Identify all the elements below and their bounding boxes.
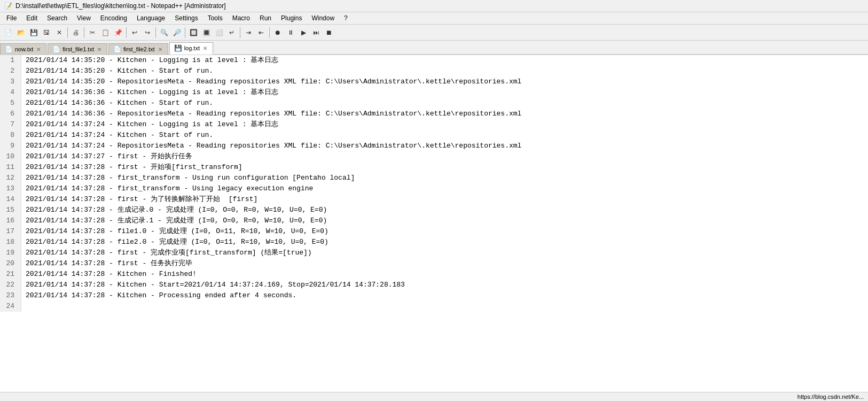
code-line-15: 2021/01/14 14:37:28 - 生成记录.0 - 完成处理 (I=0…	[26, 205, 864, 215]
tab-label-2: first_file2.txt	[123, 46, 155, 52]
tab-icon-0: 📄	[5, 45, 13, 53]
tab-1[interactable]: 📄first_file1.txt✕	[48, 43, 107, 55]
code-line-6: 2021/01/14 14:36:36 - RepositoriesMeta -…	[26, 109, 864, 119]
separator-2	[84, 27, 84, 38]
tab-close-2[interactable]: ✕	[158, 47, 162, 52]
line-numbers: 123456789101112131415161718192021222324	[0, 55, 21, 312]
code-line-21: 2021/01/14 14:37:28 - Kitchen - Finished…	[26, 269, 864, 280]
line-num-19: 19	[3, 248, 18, 258]
separator-1	[67, 27, 68, 38]
tab-3[interactable]: 💾log.txt✕	[169, 42, 213, 55]
separator-6	[240, 27, 240, 38]
menu-bar: FileEditSearchViewEncodingLanguageSettin…	[0, 12, 868, 25]
play-btn[interactable]: ▶	[298, 27, 309, 38]
code-line-7: 2021/01/14 14:37:24 - Kitchen - Logging …	[26, 119, 864, 130]
save-btn[interactable]: 💾	[28, 27, 40, 38]
macro-btn[interactable]: ⏺	[272, 27, 284, 38]
line-num-18: 18	[3, 237, 18, 248]
menu-item-settings[interactable]: Settings	[170, 13, 202, 23]
stop-btn[interactable]: ⏹	[323, 27, 335, 38]
tab-icon-2: 📄	[113, 45, 121, 53]
tab-2[interactable]: 📄first_file2.txt✕	[108, 43, 168, 55]
separator-7	[269, 27, 270, 38]
code-line-2: 2021/01/14 14:35:20 - Kitchen - Start of…	[26, 66, 864, 76]
undo-btn[interactable]: ↩	[129, 27, 140, 38]
line-num-4: 4	[3, 87, 18, 98]
line-num-16: 16	[3, 215, 18, 226]
line-num-14: 14	[3, 194, 18, 205]
paste-btn[interactable]: 📌	[112, 27, 124, 38]
menu-item-window[interactable]: Window	[307, 13, 339, 23]
replace-btn[interactable]: 🔎	[171, 27, 183, 38]
menu-item-tools[interactable]: Tools	[204, 13, 227, 23]
menu-item-view[interactable]: View	[73, 13, 95, 23]
copy-btn[interactable]: 📋	[99, 27, 111, 38]
line-num-9: 9	[3, 141, 18, 151]
code-line-9: 2021/01/14 14:37:24 - RepositoriesMeta -…	[26, 141, 864, 151]
save-all-btn[interactable]: 🖫	[41, 27, 52, 38]
redo-btn[interactable]: ↪	[142, 27, 153, 38]
line-num-2: 2	[3, 66, 18, 76]
code-line-16: 2021/01/14 14:37:28 - 生成记录.1 - 完成处理 (I=0…	[26, 215, 864, 226]
tab-close-1[interactable]: ✕	[97, 47, 101, 52]
menu-item-encoding[interactable]: Encoding	[96, 13, 131, 23]
tab-close-3[interactable]: ✕	[203, 45, 207, 51]
fullscreen-btn[interactable]: ⬜	[213, 27, 225, 38]
open-btn[interactable]: 📂	[15, 27, 27, 38]
line-num-1: 1	[3, 55, 18, 66]
menu-item-language[interactable]: Language	[132, 13, 169, 23]
status-bar: https://blog.csdn.net/Ke...	[0, 392, 868, 401]
find-btn[interactable]: 🔍	[158, 27, 170, 38]
zoom-out-btn[interactable]: 🔳	[200, 27, 212, 38]
tab-label-0: now.txt	[15, 46, 33, 52]
code-line-10: 2021/01/14 14:37:27 - first - 开始执行任务	[26, 151, 864, 162]
line-num-17: 17	[3, 226, 18, 237]
tab-label-1: first_file1.txt	[62, 46, 94, 52]
menu-item-file[interactable]: File	[2, 13, 21, 23]
status-text: https://blog.csdn.net/Ke...	[797, 394, 864, 400]
skip-btn[interactable]: ⏭	[310, 27, 322, 38]
menu-item-plugins[interactable]: Plugins	[277, 13, 306, 23]
tab-0[interactable]: 📄now.txt✕	[0, 43, 46, 55]
run-macro-btn[interactable]: ⏸	[285, 27, 296, 38]
line-num-15: 15	[3, 205, 18, 215]
tab-close-0[interactable]: ✕	[36, 47, 41, 52]
line-num-20: 20	[3, 258, 18, 269]
line-num-6: 6	[3, 109, 18, 119]
editor[interactable]: 123456789101112131415161718192021222324 …	[0, 55, 868, 394]
code-line-1: 2021/01/14 14:35:20 - Kitchen - Logging …	[26, 55, 864, 66]
code-line-22: 2021/01/14 14:37:28 - Kitchen - Start=20…	[26, 280, 864, 290]
tabs-bar: 📄now.txt✕📄first_file1.txt✕📄first_file2.t…	[0, 41, 868, 55]
separator-3	[126, 27, 127, 38]
cut-btn[interactable]: ✂	[87, 27, 98, 38]
line-num-22: 22	[3, 280, 18, 290]
menu-item-edit[interactable]: Edit	[22, 13, 42, 23]
code-line-3: 2021/01/14 14:35:20 - RepositoriesMeta -…	[26, 76, 864, 87]
toolbar: 📄 📂 💾 🖫 ✕ 🖨 ✂ 📋 📌 ↩ ↪ 🔍 🔎 🔲 🔳 ⬜ ↵ ⇥ ⇤ ⏺ …	[0, 25, 868, 41]
menu-item-search[interactable]: Search	[43, 13, 72, 23]
app-icon: 📝	[4, 2, 12, 10]
line-num-13: 13	[3, 183, 18, 194]
line-num-10: 10	[3, 151, 18, 162]
code-area: 2021/01/14 14:35:20 - Kitchen - Logging …	[21, 55, 868, 312]
menu-item-macro[interactable]: Macro	[228, 13, 254, 23]
code-line-11: 2021/01/14 14:37:28 - first - 开始项[first_…	[26, 162, 864, 173]
title-bar: 📝 D:\install\etl\etlwp\ETL_files\log\kit…	[0, 0, 868, 12]
wordwrap-btn[interactable]: ↵	[226, 27, 238, 38]
outdent-btn[interactable]: ⇤	[255, 27, 267, 38]
menu-item-run[interactable]: Run	[255, 13, 276, 23]
separator-5	[185, 27, 185, 38]
close-btn[interactable]: ✕	[53, 27, 65, 38]
tab-label-3: log.txt	[184, 45, 200, 51]
tab-icon-3: 💾	[174, 44, 182, 52]
code-line-24	[26, 301, 864, 312]
indent-btn[interactable]: ⇥	[243, 27, 254, 38]
new-btn[interactable]: 📄	[2, 27, 14, 38]
line-num-7: 7	[3, 119, 18, 130]
title-text: D:\install\etl\etlwp\ETL_files\log\kitch…	[15, 2, 226, 10]
code-line-14: 2021/01/14 14:37:28 - first - 为了转换解除补丁开始…	[26, 194, 864, 205]
line-num-11: 11	[3, 162, 18, 173]
zoom-in-btn[interactable]: 🔲	[187, 27, 199, 38]
print-btn[interactable]: 🖨	[70, 27, 82, 38]
menu-item-?[interactable]: ?	[340, 13, 352, 23]
